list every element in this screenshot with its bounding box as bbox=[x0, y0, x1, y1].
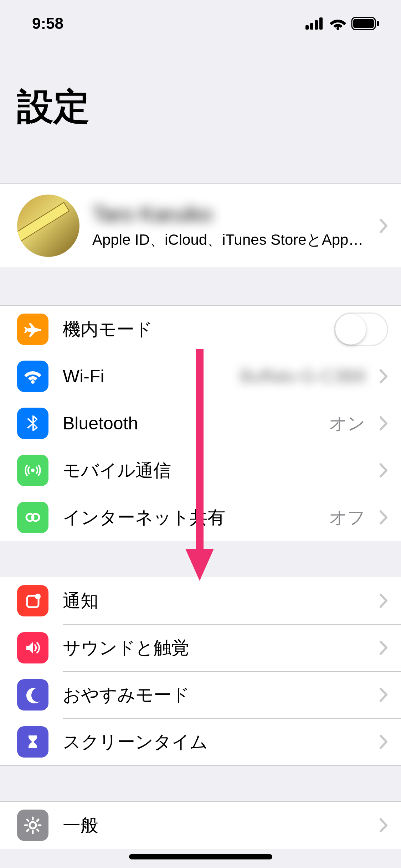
wifi-icon bbox=[17, 361, 48, 392]
connectivity-section: 機内モード Wi-Fi Buffalo-G-C3B8 Bluetooth オン … bbox=[0, 305, 401, 541]
bluetooth-icon bbox=[17, 408, 48, 439]
cellular-label: モバイル通信 bbox=[63, 459, 365, 482]
svg-point-14 bbox=[30, 822, 36, 828]
airplane-mode-switch[interactable] bbox=[334, 312, 388, 346]
wifi-label: Wi-Fi bbox=[63, 366, 226, 387]
bluetooth-value: オン bbox=[329, 412, 365, 435]
svg-rect-6 bbox=[353, 19, 374, 28]
bluetooth-row[interactable]: Bluetooth オン bbox=[0, 400, 401, 447]
svg-point-13 bbox=[35, 594, 41, 599]
dnd-row[interactable]: おやすみモード bbox=[0, 671, 401, 718]
notifications-section: 通知 サウンドと触覚 おやすみモード bbox=[0, 577, 401, 766]
airplane-icon bbox=[17, 314, 48, 345]
status-time: 9:58 bbox=[32, 15, 63, 32]
chevron-right-icon bbox=[380, 688, 388, 702]
general-section: 一般 bbox=[0, 801, 401, 849]
status-bar: 9:58 bbox=[0, 0, 401, 47]
notifications-icon bbox=[17, 585, 48, 616]
sounds-icon bbox=[17, 632, 48, 663]
chevron-right-icon bbox=[380, 416, 388, 430]
battery-icon bbox=[351, 17, 380, 30]
hotspot-icon bbox=[17, 502, 48, 533]
svg-rect-0 bbox=[305, 25, 309, 30]
notifications-label: 通知 bbox=[63, 589, 365, 613]
svg-rect-2 bbox=[315, 20, 318, 30]
svg-rect-7 bbox=[377, 21, 379, 26]
chevron-right-icon bbox=[380, 219, 388, 233]
chevron-right-icon bbox=[380, 818, 388, 832]
chevron-right-icon bbox=[380, 641, 388, 655]
general-icon bbox=[17, 810, 48, 841]
svg-line-19 bbox=[27, 820, 29, 821]
wifi-icon bbox=[329, 17, 347, 30]
hotspot-row[interactable]: インターネット共有 オフ bbox=[0, 494, 401, 541]
cellular-signal-icon bbox=[305, 17, 325, 30]
svg-rect-3 bbox=[319, 17, 323, 30]
svg-point-4 bbox=[336, 27, 339, 30]
svg-rect-1 bbox=[310, 23, 313, 30]
svg-line-20 bbox=[37, 830, 38, 831]
svg-line-22 bbox=[27, 830, 29, 831]
chevron-right-icon bbox=[380, 510, 388, 525]
bluetooth-label: Bluetooth bbox=[63, 413, 315, 434]
sounds-label: サウンドと触覚 bbox=[63, 636, 365, 660]
svg-line-21 bbox=[37, 820, 38, 821]
profile-subtitle: Apple ID、iCloud、iTunes StoreとApp S... bbox=[92, 230, 367, 250]
svg-point-9 bbox=[31, 469, 35, 472]
chevron-right-icon bbox=[380, 463, 388, 477]
cellular-icon bbox=[17, 455, 48, 486]
hotspot-value: オフ bbox=[329, 506, 365, 529]
general-label: 一般 bbox=[63, 813, 365, 837]
svg-point-8 bbox=[31, 380, 35, 384]
screen-time-row[interactable]: スクリーンタイム bbox=[0, 718, 401, 765]
airplane-mode-label: 機内モード bbox=[63, 317, 320, 341]
chevron-right-icon bbox=[380, 369, 388, 383]
avatar bbox=[17, 195, 79, 257]
wifi-value: Buffalo-G-C3B8 bbox=[240, 366, 365, 387]
profile-section: Taro Karuiko Apple ID、iCloud、iTunes Stor… bbox=[0, 184, 401, 268]
airplane-mode-row[interactable]: 機内モード bbox=[0, 306, 401, 353]
sounds-row[interactable]: サウンドと触覚 bbox=[0, 624, 401, 671]
general-row[interactable]: 一般 bbox=[0, 802, 401, 849]
notifications-row[interactable]: 通知 bbox=[0, 577, 401, 624]
cellular-row[interactable]: モバイル通信 bbox=[0, 447, 401, 494]
do-not-disturb-icon bbox=[17, 679, 48, 711]
profile-name: Taro Karuiko bbox=[92, 202, 367, 226]
screen-time-icon bbox=[17, 726, 48, 758]
screen-time-label: スクリーンタイム bbox=[63, 730, 365, 754]
page-title: 設定 bbox=[0, 47, 401, 146]
hotspot-label: インターネット共有 bbox=[63, 506, 315, 529]
apple-id-row[interactable]: Taro Karuiko Apple ID、iCloud、iTunes Stor… bbox=[0, 184, 401, 268]
status-icons bbox=[305, 17, 380, 30]
chevron-right-icon bbox=[380, 735, 388, 749]
home-indicator[interactable] bbox=[129, 854, 272, 859]
wifi-row[interactable]: Wi-Fi Buffalo-G-C3B8 bbox=[0, 353, 401, 400]
dnd-label: おやすみモード bbox=[63, 683, 365, 707]
chevron-right-icon bbox=[380, 594, 388, 608]
